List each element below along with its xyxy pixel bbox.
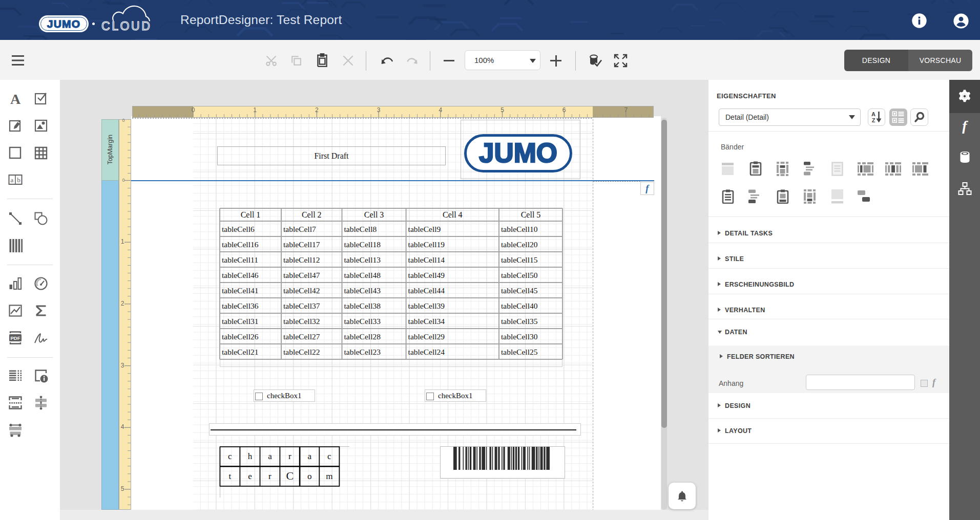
svg-text:Z: Z [872,117,875,123]
svg-text:A: A [871,111,875,117]
svg-text:a: a [11,176,14,184]
svg-text:b: b [17,176,20,184]
svg-text:PDF: PDF [11,335,20,341]
